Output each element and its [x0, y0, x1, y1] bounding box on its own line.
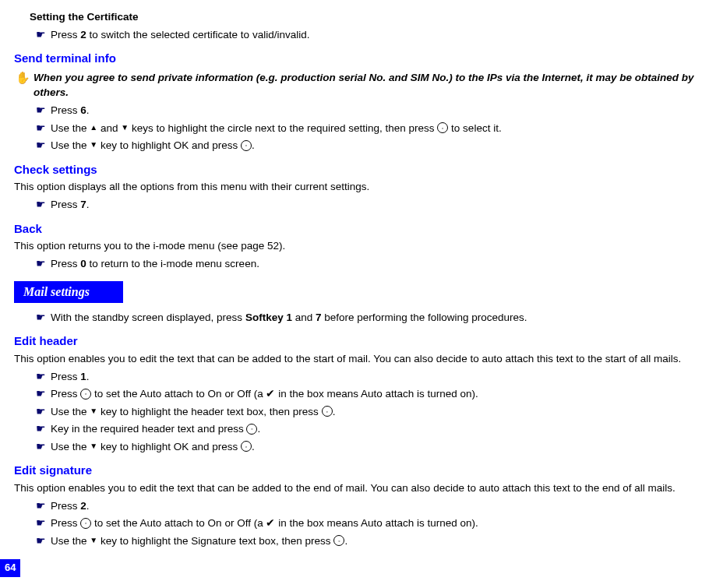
step-item: ☛ Use the ▼ key to highlight the header … [36, 404, 695, 420]
step-item: ☛ Press 1. [36, 369, 695, 385]
step-text: With the standby screen displayed, press… [51, 310, 695, 326]
step-text: Use the ▼ key to highlight the Signature… [51, 533, 695, 549]
step-item: ☛ Use the ▲ and ▼ keys to highlight the … [36, 121, 695, 136]
down-arrow-icon: ▼ [90, 406, 97, 417]
ok-button-icon: ◦ [246, 424, 257, 435]
step-text: Press 7. [51, 197, 695, 213]
down-arrow-icon: ▼ [90, 139, 97, 151]
page-number: 64 [0, 559, 20, 577]
step-item: ☛ Press 7. [36, 197, 695, 213]
step-text: Use the ▼ key to highlight OK and press … [51, 138, 695, 153]
pointing-hand-icon: ☛ [36, 197, 48, 211]
step-item: ☛ Use the ▼ key to highlight OK and pres… [36, 439, 695, 455]
note-text: When you agree to send private informati… [34, 70, 695, 100]
step-text: Use the ▼ key to highlight OK and press … [51, 439, 695, 455]
edit-signature-heading: Edit signature [14, 462, 695, 479]
edit-header-desc: This option enables you to edit the text… [14, 351, 695, 367]
pointing-hand-icon: ☛ [36, 421, 48, 435]
up-arrow-icon: ▲ [90, 122, 97, 134]
step-text: Use the ▼ key to highlight the header te… [51, 404, 695, 420]
pointing-hand-icon: ☛ [36, 386, 48, 400]
pointing-hand-icon: ☛ [36, 404, 48, 418]
check-settings-heading: Check settings [14, 161, 695, 178]
down-arrow-icon: ▼ [121, 122, 129, 134]
ok-button-icon: ◦ [241, 140, 252, 151]
pointing-hand-icon: ☛ [36, 256, 48, 270]
step-item: ☛ Press 2. [36, 498, 695, 514]
step-item: ☛ Press 2 to switch the selected certifi… [36, 27, 695, 43]
setting-certificate-heading: Setting the Certificate [30, 9, 695, 25]
send-terminal-info-heading: Send terminal info [14, 50, 695, 67]
pointing-hand-icon: ☛ [36, 439, 48, 453]
step-text: Press 0 to return to the i-mode menu scr… [51, 256, 695, 272]
step-item: ☛ Press 6. [36, 103, 695, 118]
pointing-hand-icon: ☛ [36, 310, 48, 324]
checkmark-icon: ✔ [266, 388, 275, 400]
step-text: Press 6. [51, 103, 695, 118]
check-settings-desc: This option displays all the options fro… [14, 179, 695, 195]
pointing-hand-icon: ☛ [36, 138, 48, 152]
down-arrow-icon: ▼ [90, 535, 97, 547]
back-desc: This option returns you to the i-mode me… [14, 238, 695, 254]
down-arrow-icon: ▼ [90, 441, 97, 452]
ok-button-icon: ◦ [80, 518, 91, 529]
step-text: Use the ▲ and ▼ keys to highlight the ci… [51, 121, 695, 136]
step-item: ☛ Key in the required header text and pr… [36, 421, 695, 437]
step-item: ☛ Use the ▼ key to highlight OK and pres… [36, 138, 695, 153]
step-item: ☛ Press ◦ to set the Auto attach to On o… [36, 516, 695, 531]
ok-button-icon: ◦ [322, 406, 333, 417]
pointing-hand-icon: ☛ [36, 121, 48, 135]
step-text: Key in the required header text and pres… [51, 421, 695, 437]
edit-signature-desc: This option enables you to edit the text… [14, 481, 695, 496]
step-text: Press 1. [51, 369, 695, 385]
pointing-hand-icon: ☛ [36, 103, 48, 117]
ok-button-icon: ◦ [80, 389, 91, 400]
ok-button-icon: ◦ [437, 122, 448, 133]
stop-hand-icon: ✋ [16, 70, 30, 86]
pointing-hand-icon: ☛ [36, 516, 48, 530]
step-item: ☛ With the standby screen displayed, pre… [36, 310, 695, 326]
page-footer: 64 [0, 559, 709, 577]
back-heading: Back [14, 220, 695, 238]
note-row: ✋ When you agree to send private informa… [16, 70, 695, 100]
mail-settings-ribbon: Mail settings [14, 281, 123, 302]
ok-button-icon: ◦ [333, 535, 344, 546]
step-item: ☛ Use the ▼ key to highlight the Signatu… [36, 533, 695, 549]
step-text: Press 2. [51, 498, 695, 514]
step-text: Press ◦ to set the Auto attach to On or … [51, 386, 695, 402]
step-item: ☛ Press ◦ to set the Auto attach to On o… [36, 386, 695, 402]
step-text: Press 2 to switch the selected certifica… [51, 27, 695, 43]
edit-header-heading: Edit header [14, 333, 695, 350]
pointing-hand-icon: ☛ [36, 369, 48, 383]
step-item: ☛ Press 0 to return to the i-mode menu s… [36, 256, 695, 272]
pointing-hand-icon: ☛ [36, 533, 48, 548]
pointing-hand-icon: ☛ [36, 27, 48, 41]
pointing-hand-icon: ☛ [36, 498, 48, 512]
ok-button-icon: ◦ [241, 441, 252, 452]
checkmark-icon: ✔ [266, 517, 275, 529]
step-text: Press ◦ to set the Auto attach to On or … [51, 516, 695, 531]
